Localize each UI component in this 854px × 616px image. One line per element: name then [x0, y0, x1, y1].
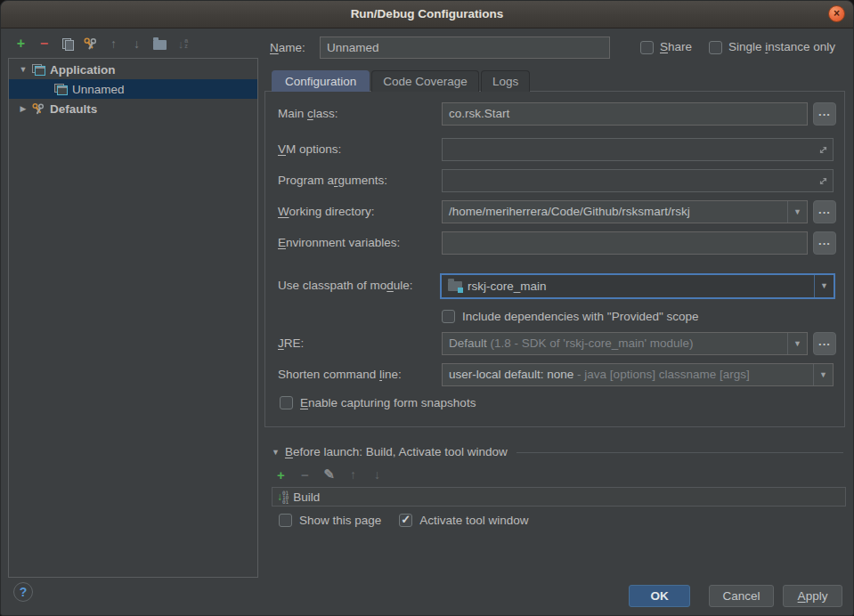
jre-label: JRE: [278, 332, 304, 355]
working-directory-browse-button[interactable]: ... [813, 200, 836, 223]
arrow-down-icon: ↓ [374, 467, 380, 482]
tab-configuration[interactable]: Configuration [272, 70, 370, 92]
dropdown-button[interactable]: ▼ [787, 201, 807, 223]
enable-capturing-checkbox[interactable]: ✓ [280, 396, 293, 409]
tab-logs[interactable]: Logs [481, 70, 530, 92]
move-down-button[interactable]: ↓ [129, 36, 144, 52]
jre-combo[interactable]: Default (1.8 - SDK of 'rskj-core_main' m… [442, 332, 808, 355]
use-classpath-label: Use classpath of module: [278, 274, 413, 297]
plus-icon: + [17, 36, 25, 52]
vm-options-label: VM options: [278, 138, 341, 161]
dropdown-button[interactable]: ▼ [813, 364, 833, 385]
cancel-button[interactable]: Cancel [709, 585, 774, 607]
sort-az-icon: az [184, 38, 188, 49]
working-directory-combo[interactable]: /home/meriherrera/Code/Github/rsksmart/r… [442, 200, 808, 223]
configurations-tree: ▼ Application Unnamed ▶ Defaults [8, 58, 258, 578]
include-dependencies-checkbox[interactable]: ✓ [442, 310, 455, 323]
close-icon: × [834, 7, 840, 20]
program-arguments-label: Program arguments: [278, 169, 387, 192]
remove-task-button[interactable]: − [297, 466, 313, 482]
collapsed-arrow-icon[interactable]: ▶ [18, 104, 28, 113]
edit-task-button[interactable]: ✎ [321, 466, 337, 482]
sort-icon: ↓ [178, 37, 184, 51]
copy-configuration-button[interactable] [60, 36, 75, 52]
pencil-icon: ✎ [323, 466, 335, 482]
close-button[interactable]: × [828, 5, 845, 22]
share-label: Share [660, 40, 692, 53]
tree-item-defaults[interactable]: ▶ Defaults [9, 99, 257, 118]
before-launch-header[interactable]: ▼ Before launch: Build, Activate tool wi… [272, 445, 843, 458]
tree-item-label: Application [50, 63, 116, 77]
move-task-down-button[interactable]: ↓ [370, 466, 385, 482]
title-bar[interactable]: Run/Debug Configurations × [1, 1, 853, 28]
use-classpath-combo[interactable]: rskj-core_main ▼ [440, 273, 835, 299]
chevron-down-icon: ▼ [793, 333, 801, 354]
activate-tool-window-checkbox[interactable]: ✓ [399, 514, 412, 527]
chevron-down-icon: ▼ [793, 201, 801, 223]
main-class-browse-button[interactable]: ... [813, 102, 836, 126]
use-classpath-value: rskj-core_main [468, 280, 547, 293]
environment-variables-label: Environment variables: [278, 231, 400, 255]
main-class-field[interactable]: co.rsk.Start [442, 102, 808, 126]
dropdown-button[interactable]: ▼ [814, 275, 834, 297]
ellipsis-icon: ... [818, 335, 831, 348]
expand-field-icon[interactable] [818, 176, 828, 186]
tab-code-coverage[interactable]: Code Coverage [371, 70, 479, 92]
tree-item-unnamed[interactable]: Unnamed [9, 79, 257, 99]
ellipsis-icon: ... [818, 234, 831, 247]
activate-tool-window-label: Activate tool window [419, 514, 528, 527]
add-task-button[interactable]: + [273, 466, 289, 482]
edit-defaults-button[interactable] [83, 36, 98, 52]
tab-bar: Configuration Code Coverage Logs [272, 70, 530, 92]
ellipsis-icon: ... [818, 203, 831, 216]
tree-item-label: Defaults [50, 102, 97, 116]
name-label: Name: [270, 41, 305, 54]
shorten-command-line-label: Shorten command line: [278, 363, 402, 386]
single-instance-checkbox[interactable]: ✓ [709, 41, 722, 54]
collapse-section-icon[interactable]: ▼ [272, 448, 280, 457]
tree-item-application[interactable]: ▼ Application [9, 60, 257, 79]
show-this-page-label: Show this page [299, 514, 381, 527]
help-button[interactable]: ? [13, 582, 33, 602]
jre-value: Default [449, 336, 487, 350]
create-folder-button[interactable] [152, 36, 167, 52]
environment-variables-field[interactable] [442, 231, 808, 255]
move-task-up-button[interactable]: ↑ [346, 466, 361, 482]
shorten-command-line-combo[interactable]: user-local default: none - java [options… [442, 363, 834, 386]
sort-configurations-button[interactable]: ↓ az [175, 36, 191, 52]
before-launch-task-build[interactable]: ↓ 011001 Build [272, 487, 846, 507]
application-icon [54, 84, 68, 94]
minus-icon: − [301, 467, 309, 482]
remove-configuration-button[interactable]: − [37, 36, 52, 52]
working-directory-value: /home/meriherrera/Code/Github/rsksmart/r… [449, 205, 690, 218]
shorten-hint: - java [options] classname [args] [577, 368, 750, 381]
chevron-down-icon: ▼ [820, 275, 828, 297]
environment-variables-browse-button[interactable]: ... [813, 231, 836, 255]
vm-options-field[interactable] [442, 138, 834, 161]
apply-button[interactable]: Apply [783, 585, 842, 607]
jre-browse-button[interactable]: ... [813, 332, 836, 355]
expand-field-icon[interactable] [818, 145, 828, 155]
shorten-value: user-local default: none [449, 368, 573, 381]
name-input[interactable] [320, 36, 610, 59]
copy-icon [62, 38, 72, 50]
expanded-arrow-icon[interactable]: ▼ [18, 65, 28, 74]
question-icon: ? [20, 585, 28, 599]
include-dependencies-row: ✓ Include dependencies with "Provided" s… [442, 309, 699, 323]
add-configuration-button[interactable]: + [13, 36, 28, 52]
show-this-page-checkbox[interactable]: ✓ [279, 514, 292, 527]
include-dependencies-label: Include dependencies with "Provided" sco… [462, 310, 699, 323]
ok-button[interactable]: OK [629, 585, 690, 607]
move-up-button[interactable]: ↑ [106, 36, 121, 52]
jre-hint: (1.8 - SDK of 'rskj-core_main' module) [491, 336, 694, 350]
configuration-tab-panel: Main class: co.rsk.Start ... VM options:… [264, 91, 845, 427]
window-title: Run/Debug Configurations [1, 1, 853, 27]
module-icon [448, 281, 462, 291]
program-arguments-field[interactable] [442, 169, 834, 192]
share-checkbox[interactable]: ✓ [640, 41, 654, 54]
ellipsis-icon: ... [818, 105, 831, 118]
dropdown-button[interactable]: ▼ [787, 333, 807, 354]
main-class-label: Main class: [278, 102, 338, 126]
defaults-wrench-icon [31, 102, 45, 116]
show-this-page-row: ✓ Show this page ✓ Activate tool window [279, 513, 529, 527]
